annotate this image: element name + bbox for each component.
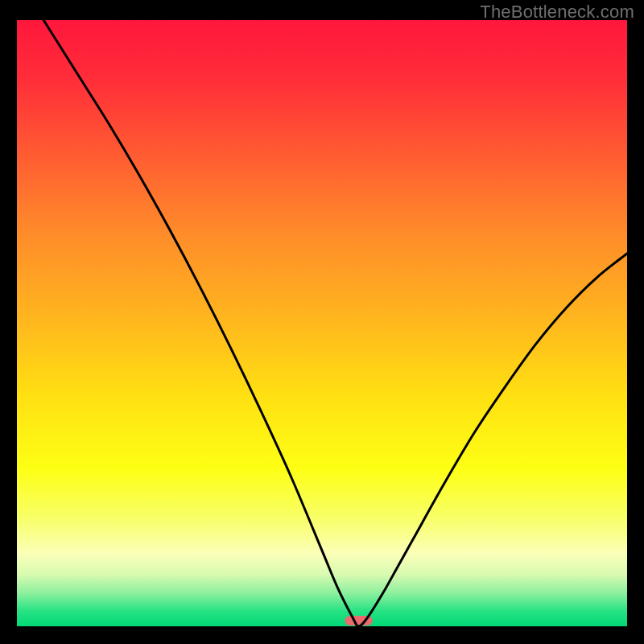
chart-frame: TheBottleneck.com <box>0 0 644 644</box>
chart-svg <box>17 20 627 626</box>
plot-area <box>17 20 627 626</box>
gradient-background <box>17 20 627 626</box>
